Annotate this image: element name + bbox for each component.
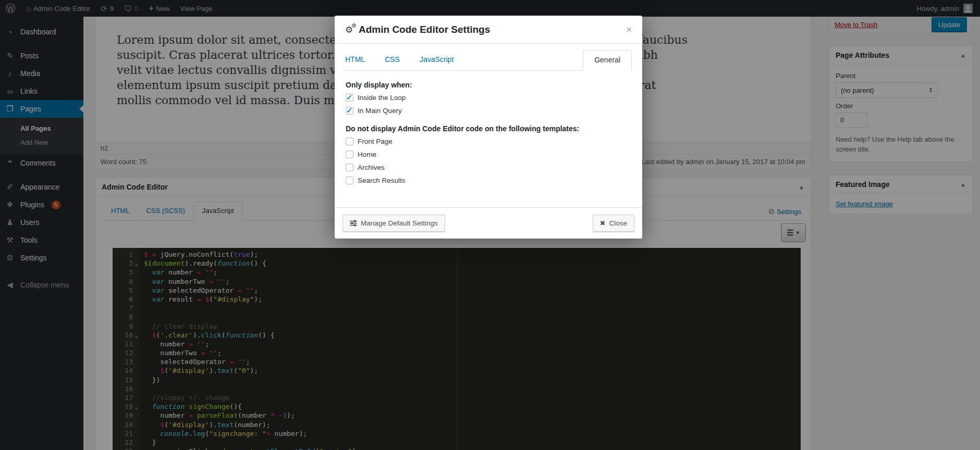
modal-body: Only display when: ✓Inside the Loop✓In M… xyxy=(335,71,642,184)
checkbox-label: Archives xyxy=(358,164,385,171)
checkbox-row-in-main-query: ✓In Main Query xyxy=(346,107,631,115)
modal-header: ⚙⚙ Admin Code Editor Settings × xyxy=(335,16,642,44)
checkbox-row-home: Home xyxy=(346,151,631,158)
checkbox-label: Home xyxy=(358,151,376,158)
manage-default-settings-button[interactable]: Manage Default Settings xyxy=(342,215,445,232)
gears-icon: ⚙⚙ xyxy=(345,24,359,35)
checkbox-row-front-page: Front Page xyxy=(346,138,631,145)
checkbox-row-archives: Archives xyxy=(346,164,631,171)
modal-footer: Manage Default Settings ✖ Close xyxy=(335,207,642,239)
close-button-label: Close xyxy=(609,219,627,227)
modal-title: Admin Code Editor Settings xyxy=(359,24,490,35)
close-x-icon: ✖ xyxy=(600,219,606,227)
modal-tab-javascript[interactable]: JavaScript xyxy=(420,51,454,70)
modal-tab-general[interactable]: General xyxy=(583,50,632,71)
checkbox-label: Search Results xyxy=(358,177,406,184)
modal-tab-css[interactable]: CSS xyxy=(385,51,400,70)
in-main-query-checkbox[interactable]: ✓ xyxy=(346,107,353,115)
close-button[interactable]: ✖ Close xyxy=(593,215,634,232)
wordpress-admin-page: Ⓦ ⌂ Admin Code Editor ⟳ 9 🗨 0 + New View… xyxy=(0,0,980,450)
search-results-checkbox[interactable] xyxy=(346,177,353,184)
checkbox-row-search-results: Search Results xyxy=(346,177,631,184)
front-page-checkbox[interactable] xyxy=(346,138,353,145)
templates-heading: Do not display Admin Code Editor code on… xyxy=(346,124,631,133)
checkbox-label: Front Page xyxy=(358,138,393,145)
checkbox-label: In Main Query xyxy=(358,107,402,115)
only-display-heading: Only display when: xyxy=(346,81,631,89)
template-options: Front PageHomeArchivesSearch Results xyxy=(346,138,631,184)
archives-checkbox[interactable] xyxy=(346,164,353,171)
sliders-icon xyxy=(350,220,357,227)
modal-close-icon[interactable]: × xyxy=(626,24,632,34)
home-checkbox[interactable] xyxy=(346,151,353,158)
manage-button-label: Manage Default Settings xyxy=(361,219,438,227)
checkbox-row-inside-the-loop: ✓Inside the Loop xyxy=(346,94,631,102)
modal-tab-html[interactable]: HTML xyxy=(345,51,365,70)
modal-tabs: HTML CSS JavaScript General xyxy=(345,50,632,71)
check-icon: ✓ xyxy=(346,93,353,102)
settings-modal: ⚙⚙ Admin Code Editor Settings × HTML CSS… xyxy=(335,16,642,239)
check-icon: ✓ xyxy=(346,106,353,115)
only-display-options: ✓Inside the Loop✓In Main Query xyxy=(346,94,631,115)
inside-the-loop-checkbox[interactable]: ✓ xyxy=(346,94,353,102)
checkbox-label: Inside the Loop xyxy=(358,94,406,102)
